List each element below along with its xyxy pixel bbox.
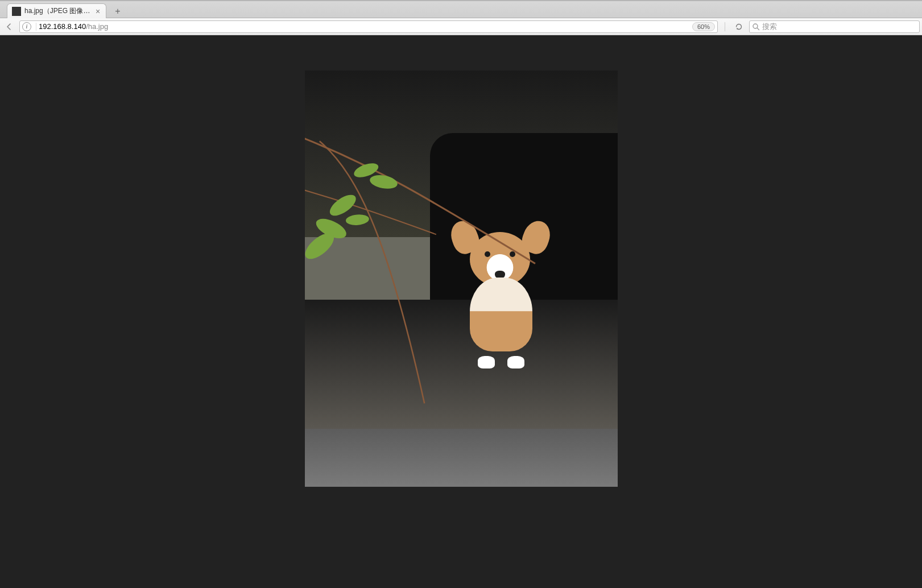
tab-strip: ha.jpg（JPEG 图像，... × +: [0, 1, 922, 18]
url-path: /ha.jpg: [86, 22, 108, 31]
reload-button[interactable]: [732, 20, 746, 34]
search-icon: [752, 23, 760, 31]
new-tab-button[interactable]: +: [111, 5, 125, 18]
tab-close-button[interactable]: ×: [93, 7, 102, 16]
search-bar[interactable]: [749, 20, 920, 33]
zoom-level-badge[interactable]: 60%: [692, 22, 715, 31]
url-bar[interactable]: i 192.168.8.140/ha.jpg 60%: [19, 20, 718, 33]
image-subject-dog: [455, 221, 546, 368]
back-button[interactable]: [2, 20, 16, 34]
tab-title: ha.jpg（JPEG 图像，...: [24, 6, 93, 16]
displayed-image[interactable]: [305, 71, 618, 487]
toolbar: i 192.168.8.140/ha.jpg 60%: [0, 18, 922, 35]
search-input[interactable]: [762, 22, 917, 31]
arrow-left-icon: [5, 22, 14, 31]
tab-favicon: [12, 7, 21, 16]
browser-tab[interactable]: ha.jpg（JPEG 图像，... ×: [7, 3, 106, 18]
toolbar-divider: [725, 22, 725, 31]
url-host: 192.168.8.140: [39, 22, 86, 31]
image-region: [305, 429, 618, 487]
content-viewport[interactable]: [0, 35, 922, 588]
svg-line-1: [757, 28, 759, 30]
site-info-icon[interactable]: i: [22, 22, 31, 31]
reload-icon: [734, 22, 743, 31]
url-text[interactable]: 192.168.8.140/ha.jpg: [39, 22, 689, 31]
url-separator: [36, 23, 36, 31]
